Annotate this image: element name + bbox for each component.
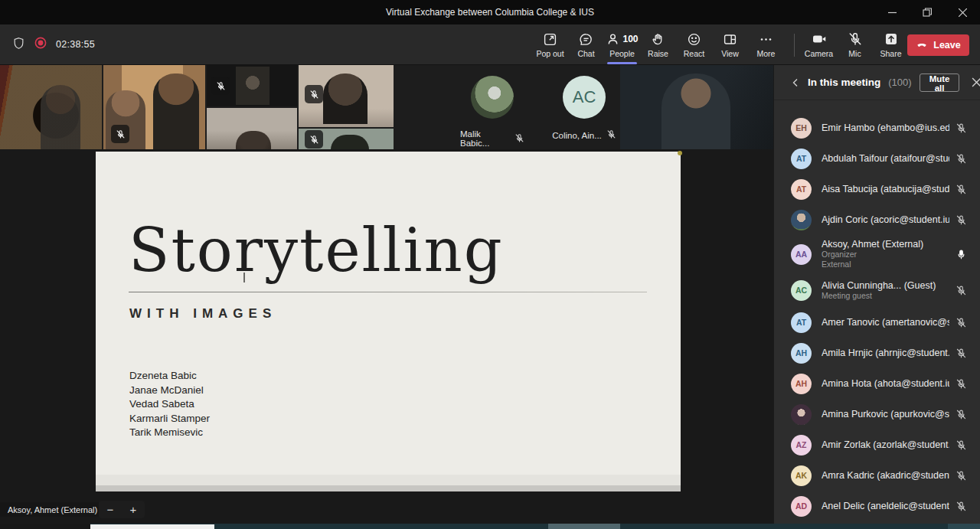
video-tile-2[interactable]	[103, 65, 205, 149]
slide-author-name: Dzeneta Babic	[129, 369, 210, 384]
video-tile-5[interactable]	[299, 65, 394, 127]
participant-row[interactable]: AA Aksoy, Ahmet (External) OrganizerExte…	[774, 235, 980, 273]
avatar: AD	[791, 496, 812, 517]
participant-row[interactable]: AD Anel Delic (aneldelic@student.iu...	[774, 491, 980, 521]
participant-name: Colino, Ain...	[552, 131, 602, 140]
participant-row[interactable]: AZ Amir Zorlak (azorlak@student.iu...	[774, 429, 980, 460]
restore-button[interactable]	[910, 0, 945, 24]
chat-icon	[579, 32, 593, 47]
audio-participant-malik[interactable]: Malik Babic...	[460, 76, 524, 148]
slide-bottom-band	[96, 475, 681, 485]
participant-row[interactable]: EH Emir Hambo (ehambo@ius.edu....	[774, 113, 980, 143]
participant-row[interactable]: AK Amra Kadric (akadric@student.iu...	[774, 460, 980, 491]
raise-hand-button[interactable]: Raise	[640, 24, 676, 65]
participant-list: EH Emir Hambo (ehambo@ius.edu.... AT Abd…	[774, 100, 980, 524]
avatar	[791, 210, 812, 230]
view-label: View	[721, 49, 739, 58]
participant-name: Malik Babic...	[460, 129, 510, 148]
mic-button[interactable]: Mic	[837, 24, 873, 65]
taskbar-sliver	[0, 524, 980, 529]
participant-name: Amer Tanovic (amertanovic@stu...	[822, 317, 949, 328]
more-dots-icon	[759, 32, 773, 47]
participants-header: In this meeting (100) Mute all	[774, 65, 980, 100]
video-tile-1[interactable]	[0, 65, 102, 149]
panel-title: In this meeting	[808, 77, 880, 88]
audio-participant-colino[interactable]: AC Colino, Ain...	[552, 76, 616, 141]
mic-muted-icon	[606, 129, 616, 141]
participant-row[interactable]: AB Anesa Bablja (anesabablja@stud...	[774, 521, 980, 524]
meeting-toolbar: 02:38:55 Pop out Chat 100	[0, 24, 980, 65]
share-button[interactable]: Share	[873, 24, 909, 65]
back-chevron-icon[interactable]	[791, 78, 800, 87]
video-tile-3[interactable]	[207, 65, 297, 106]
slide-author-name: Tarik Memisevic	[129, 426, 210, 440]
participant-row[interactable]: AT Amer Tanovic (amertanovic@stu...	[774, 307, 980, 338]
recording-icon	[34, 37, 47, 52]
avatar: AZ	[791, 435, 812, 456]
mic-label: Mic	[848, 49, 861, 58]
slide-subtitle: WITH IMAGES	[129, 306, 276, 322]
mic-muted-icon	[305, 85, 323, 103]
view-grid-icon	[723, 32, 737, 47]
chat-button[interactable]: Chat	[568, 24, 604, 65]
participant-row[interactable]: Amina Purkovic (apurkovic@stu...	[774, 399, 980, 429]
participant-name: Amina Hota (ahota@student.ius....	[822, 378, 949, 389]
participant-name: Amir Zorlak (azorlak@student.iu...	[822, 439, 949, 450]
hangup-phone-icon	[916, 38, 928, 53]
zoom-out-button[interactable]: −	[107, 504, 114, 515]
participant-name: Anel Delic (aneldelic@student.iu...	[822, 501, 949, 511]
pointer-dot	[678, 151, 682, 155]
video-tile-presenter[interactable]	[620, 65, 773, 149]
people-button[interactable]: 100 People	[604, 24, 640, 65]
people-active-underline	[607, 62, 637, 64]
participant-role: External	[822, 260, 949, 269]
people-count-badge: 100	[622, 34, 638, 44]
presenter-name: Aksoy, Ahmet (External)	[8, 505, 97, 514]
avatar: AA	[791, 244, 812, 265]
people-icon	[606, 32, 620, 47]
camera-button[interactable]: Camera	[801, 24, 837, 65]
avatar	[791, 404, 812, 425]
participant-row[interactable]: AH Amina Hota (ahota@student.ius....	[774, 368, 980, 399]
participant-name: Amina Purkovic (apurkovic@stu...	[822, 409, 949, 420]
shield-icon	[12, 37, 25, 53]
window-title: Virtual Exchange between Columbia Colleg…	[0, 7, 980, 18]
avatar: AK	[791, 465, 812, 486]
screen-share-stage: Storytelling WITH IMAGES Dzeneta BabicJa…	[0, 149, 773, 524]
toolbar-center-buttons: Pop out Chat 100 People	[532, 24, 784, 65]
participant-name: Amila Hrnjic (ahrnjic@student.iu...	[822, 348, 949, 358]
close-window-button[interactable]	[945, 0, 980, 24]
participant-row[interactable]: AC Alivia Cunningha... (Guest) Meeting g…	[774, 273, 980, 307]
share-label: Share	[880, 49, 901, 58]
avatar	[471, 76, 514, 119]
minimize-button[interactable]	[874, 0, 910, 24]
react-button[interactable]: React	[676, 24, 712, 65]
mic-muted-icon	[211, 77, 230, 95]
mic-muted-icon	[956, 122, 968, 134]
mute-all-button[interactable]: Mute all	[920, 73, 960, 92]
participant-row[interactable]: AT Abdulah Taifour (ataifour@stude...	[774, 143, 980, 174]
participant-name: Aisa Tabucija (atabucija@student...	[822, 184, 949, 194]
more-button[interactable]: More	[748, 24, 784, 65]
popout-label: Pop out	[536, 49, 564, 58]
mic-muted-icon	[956, 378, 968, 390]
mic-muted-icon	[956, 153, 968, 165]
video-tile-6[interactable]	[299, 129, 394, 149]
participant-row[interactable]: Ajdin Coric (acoric@student.ius....	[774, 204, 980, 235]
participant-row[interactable]: AT Aisa Tabucija (atabucija@student...	[774, 174, 980, 204]
toolbar-separator	[794, 34, 795, 57]
view-button[interactable]: View	[712, 24, 748, 65]
zoom-in-button[interactable]: +	[130, 504, 137, 515]
title-bar: Virtual Exchange between Columbia Colleg…	[0, 0, 980, 24]
video-tile-4[interactable]	[207, 108, 297, 149]
avatar: AT	[791, 149, 812, 169]
slide-title: Storytelling	[129, 216, 504, 285]
participant-row[interactable]: AH Amila Hrnjic (ahrnjic@student.iu...	[774, 338, 980, 368]
close-panel-icon[interactable]	[972, 77, 980, 87]
mic-muted-icon	[956, 214, 968, 226]
leave-button[interactable]: Leave	[907, 34, 969, 56]
presenter-name-chip: Aksoy, Ahmet (External)	[0, 502, 105, 517]
participant-name: Aksoy, Ahmet (External)	[822, 239, 949, 250]
mic-muted-icon	[956, 470, 968, 482]
popout-button[interactable]: Pop out	[532, 24, 568, 65]
